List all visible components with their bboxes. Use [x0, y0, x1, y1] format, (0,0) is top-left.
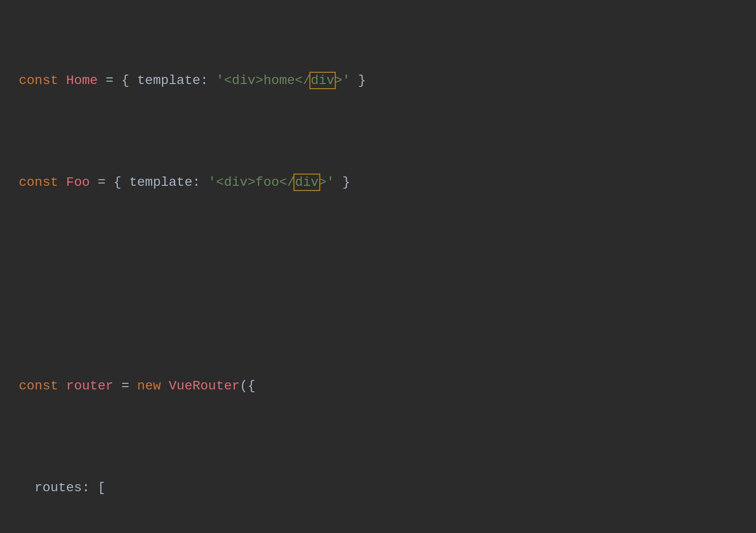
code-line-empty-1: [19, 274, 737, 294]
var-router: router: [66, 379, 114, 393]
vue-router-constructor: VueRouter: [169, 379, 239, 393]
string-home-template: '<div>home</: [216, 73, 311, 88]
var-foo: Foo: [66, 175, 90, 190]
code-editor: const Home = { template: '<div>home</div…: [19, 9, 737, 533]
keyword-const-3: const: [19, 379, 58, 393]
keyword-const: const: [19, 73, 58, 88]
string-foo-template: '<div>foo</: [208, 175, 295, 190]
keyword-new: new: [137, 379, 161, 393]
string-div-foo-highlight: div: [295, 175, 318, 190]
var-home: Home: [66, 73, 98, 88]
code-line-2: const Foo = { template: '<div>foo</div>'…: [19, 172, 737, 192]
code-line-5: routes: [: [19, 478, 737, 498]
string-div-close-highlight: div: [311, 73, 334, 88]
code-line-1: const Home = { template: '<div>home</div…: [19, 70, 737, 91]
keyword-const-2: const: [19, 175, 58, 190]
code-line-4: const router = new VueRouter({: [19, 376, 737, 396]
